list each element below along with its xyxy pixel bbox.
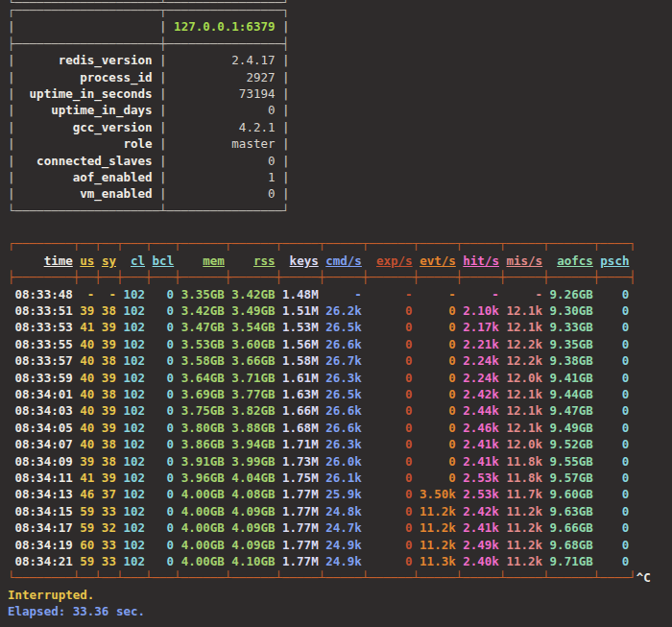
cell-text: 3.50k	[420, 487, 456, 501]
cell-text: 1.73M	[282, 454, 319, 469]
cell-text: 0	[369, 470, 412, 485]
cell-text: ├────────────────────┼────────────────┤	[8, 36, 290, 51]
cell-text: 4.09GB	[231, 504, 275, 518]
cell-text: |	[282, 70, 290, 84]
cell-text: 102	[123, 421, 145, 435]
cell-text: 102	[123, 437, 145, 451]
cell-text: 9.52GB	[550, 437, 593, 451]
cell-text: 40	[80, 421, 94, 435]
cell-text: 0	[369, 504, 412, 518]
cell-text: 1.71M	[282, 437, 319, 451]
cell-text: -	[80, 287, 94, 301]
cell-text: mis/s	[506, 253, 542, 268]
cell-text: |	[282, 120, 290, 134]
cell-text: 39	[102, 403, 116, 418]
cell-text: 102	[123, 353, 145, 368]
stats-row-9: 08:34:07 40 38 102 0 3.86GB 3.94GB 1.71M…	[8, 436, 672, 452]
cell-text: 39	[80, 454, 94, 469]
cell-text: 3.60GB	[231, 337, 275, 351]
cell-text: 41	[80, 470, 94, 485]
cell-text: rss	[253, 253, 276, 268]
cell-text: 37	[102, 487, 116, 501]
cell-text: 4.10GB	[231, 554, 275, 568]
cell-text: 1.77M	[282, 487, 319, 501]
cell-text: uptime_in_days	[22, 103, 152, 117]
cell-text: 12.0k	[506, 437, 542, 451]
cell-text: 4.00GB	[181, 554, 225, 568]
cell-text: |	[8, 53, 15, 67]
cell-text: 38	[102, 303, 116, 318]
stats-row-15: 08:34:19 60 33 102 0 4.00GB 4.09GB 1.77M…	[8, 537, 672, 553]
cell-text: 2.41k	[463, 437, 499, 451]
cell-text: |	[282, 103, 290, 117]
cell-text: 26.5k	[325, 320, 362, 334]
cell-text: |	[159, 120, 167, 134]
cell-text: 08:34:03	[8, 403, 73, 418]
cell-text: 39	[102, 320, 116, 334]
cell-text: 3.71GB	[231, 371, 275, 385]
stats-row-13: 08:34:15 59 33 102 0 4.00GB 4.09GB 1.77M…	[8, 503, 672, 519]
cell-text: 08:34:07	[8, 437, 73, 451]
info-row-uptime_in_seconds: | uptime_in_seconds | 73194 |	[8, 85, 672, 102]
cell-text: 0	[153, 353, 175, 368]
cell-text: 3.99GB	[231, 454, 275, 469]
cell-text: 11.8k	[506, 470, 542, 485]
cell-text: 4.09GB	[231, 538, 275, 552]
cell-text: 2.4.17	[174, 53, 275, 67]
cell-text: 26.1k	[325, 470, 362, 485]
cell-text: 9.47GB	[550, 403, 593, 418]
cell-text: 0	[600, 421, 629, 435]
cell-text: 08:33:48	[8, 287, 73, 301]
cell-text: 33	[102, 538, 116, 552]
cell-text: |	[282, 19, 290, 34]
cell-text: 0	[600, 287, 629, 301]
cell-text: 0	[420, 320, 456, 334]
cell-text: 0	[153, 437, 175, 451]
cell-text: hit/s	[463, 253, 499, 268]
cell-text: 0	[600, 487, 629, 501]
cell-text: 59	[80, 554, 94, 568]
cell-text: ├────────┼──┼──┼───┼───┼──────┼──────┼──…	[8, 270, 636, 284]
cell-text: └────────────────────┴────────────────┘	[8, 0, 290, 10]
cell-text: 0	[153, 371, 175, 385]
cell-text: 0	[174, 154, 275, 168]
cell-text: 08:34:21	[8, 554, 73, 568]
cell-text: 9.35GB	[550, 337, 593, 351]
stats-row-5: 08:33:59 40 39 102 0 3.64GB 3.71GB 1.61M…	[8, 370, 672, 386]
cell-text: 08:33:53	[8, 320, 73, 334]
cell-text: 11.3k	[420, 554, 456, 568]
cell-text: 1.77M	[282, 520, 319, 535]
cell-text: 08:34:05	[8, 421, 73, 435]
cell-text: 12.1k	[506, 320, 542, 334]
cell-text: 3.58GB	[181, 353, 225, 368]
cell-text: 40	[80, 371, 94, 385]
cell-text: 0	[600, 403, 629, 418]
cell-text: 08:33:55	[8, 337, 73, 351]
cell-text: 3.88GB	[231, 421, 275, 435]
interrupted-line: Interrupted.	[8, 587, 672, 603]
cell-text: -	[506, 287, 542, 301]
cell-text: 2.24k	[463, 353, 499, 368]
blank-line	[8, 219, 672, 235]
cell-text: 0	[600, 303, 629, 318]
elapsed-text: Elapsed: 33.36 sec.	[8, 604, 145, 618]
cell-text: 0	[420, 470, 456, 485]
cell-text: 9.57GB	[550, 470, 593, 485]
stats-row-10: 08:34:09 39 38 102 0 3.91GB 3.99GB 1.73M…	[8, 453, 672, 470]
cell-text: mem	[203, 253, 225, 268]
cell-text: 3.66GB	[231, 353, 275, 368]
cell-text: 9.33GB	[550, 320, 593, 334]
cell-text: 1.75M	[282, 470, 319, 485]
cell-text: 0	[153, 303, 175, 318]
cell-text: 1.68M	[282, 421, 319, 435]
cell-text: 11.2k	[420, 504, 456, 518]
cell-text: |	[282, 86, 290, 101]
stats-row-12: 08:34:13 46 37 102 0 4.00GB 4.08GB 1.77M…	[8, 486, 672, 502]
cell-text: 102	[123, 320, 145, 334]
cell-text: 26.7k	[325, 353, 362, 368]
cell-text: 40	[80, 337, 94, 351]
terminal-screen[interactable]: ┌────────────────────┬────────────────┐|…	[0, 0, 672, 619]
cell-text: 08:34:15	[8, 504, 73, 518]
cell-text: 12.0k	[506, 371, 542, 385]
cell-text: └────────────────────┴────────────────┘	[8, 204, 290, 218]
